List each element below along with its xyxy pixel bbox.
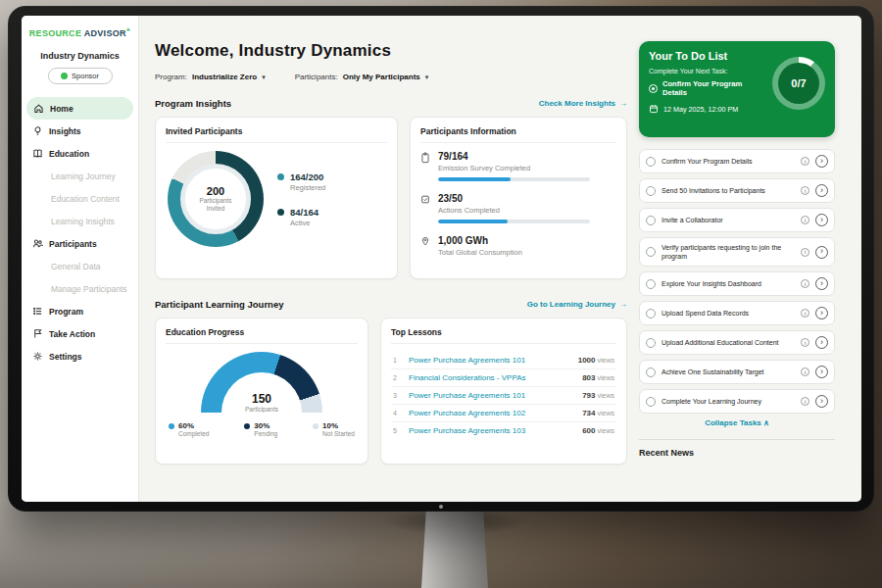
chevron-right-icon[interactable]: › bbox=[815, 184, 828, 197]
legend-dot bbox=[313, 423, 318, 429]
education-gauge-center: 150 Participants bbox=[201, 392, 322, 413]
sidebar-item-label: Home bbox=[50, 104, 74, 114]
invited-participants-card: Invited Participants 200 Participants In… bbox=[155, 117, 398, 279]
task-invite-collaborator[interactable]: Invite a Collaborator i › bbox=[639, 208, 835, 232]
lesson-views-unit: views bbox=[597, 357, 614, 364]
legend-dot bbox=[277, 173, 284, 180]
sidebar-item-program[interactable]: Program bbox=[22, 300, 138, 322]
sidebar-item-label: Learning Insights bbox=[51, 217, 115, 226]
invited-donut-chart: 200 Participants Invited bbox=[168, 151, 264, 247]
todo-progress-value: 0/7 bbox=[791, 77, 806, 89]
task-checkbox[interactable] bbox=[646, 216, 656, 225]
sidebar-item-label: Program bbox=[49, 307, 83, 317]
sidebar-item-label: Manage Participants bbox=[51, 284, 127, 294]
chevron-right-icon[interactable]: › bbox=[815, 366, 828, 378]
arrow-right-icon: → bbox=[619, 300, 627, 309]
sidebar-item-label: Education Content bbox=[51, 194, 120, 204]
go-to-learning-journey-link[interactable]: Go to Learning Journey → bbox=[527, 300, 627, 309]
logo-plus: + bbox=[126, 26, 130, 33]
legend-item-active: 84/164 Active bbox=[277, 207, 325, 227]
lesson-views-unit: views bbox=[597, 392, 614, 399]
todo-due-label: 12 May 2025, 12:00 PM bbox=[663, 105, 738, 114]
info-icon: i bbox=[801, 216, 809, 224]
task-checkbox[interactable] bbox=[646, 338, 656, 348]
card-title: Top Lessons bbox=[391, 327, 616, 344]
org-name: Industry Dynamics bbox=[22, 51, 138, 61]
chevron-right-icon[interactable]: › bbox=[815, 214, 828, 226]
participants-filter[interactable]: Participants: Only My Participants ▾ bbox=[295, 73, 429, 81]
lesson-link[interactable]: Power Purchase Agreements 103 bbox=[409, 426, 574, 435]
task-label: Complete Your Learning Journey bbox=[662, 397, 795, 406]
sidebar-item-education[interactable]: Education bbox=[22, 142, 138, 165]
monitor-bezel: RESOURCE ADVISOR+ Industry Dynamics Spon… bbox=[8, 6, 874, 512]
sidebar-item-take-action[interactable]: Take Action bbox=[22, 322, 138, 345]
task-upload-spend-data[interactable]: Upload Spend Data Records i › bbox=[639, 301, 835, 325]
chevron-right-icon[interactable]: › bbox=[815, 277, 828, 290]
take-action-icon bbox=[32, 328, 43, 339]
lesson-link[interactable]: Power Purchase Agreements 101 bbox=[409, 391, 574, 400]
task-verify-participants[interactable]: Verify participants requesting to join t… bbox=[639, 237, 835, 267]
lesson-views-count: 793 bbox=[582, 391, 595, 400]
todo-hero-card: Your To Do List Complete Your Next Task:… bbox=[639, 41, 835, 137]
sidebar-item-participants[interactable]: Participants bbox=[22, 232, 138, 255]
task-achieve-sustainability-target[interactable]: Achieve One Sustainability Target i › bbox=[639, 360, 835, 384]
program-filter[interactable]: Program: Industrialize Zero ▾ bbox=[155, 73, 266, 81]
sidebar-item-learning-journey[interactable]: Learning Journey bbox=[22, 165, 138, 187]
chevron-right-icon[interactable]: › bbox=[815, 155, 828, 168]
card-title: Education Progress bbox=[166, 327, 358, 344]
gauge-label: Participants bbox=[201, 406, 322, 413]
sidebar-item-settings[interactable]: Settings bbox=[22, 345, 138, 368]
education-progress-card: Education Progress 150 Participants bbox=[155, 318, 368, 465]
task-checkbox[interactable] bbox=[646, 279, 656, 289]
chevron-right-icon[interactable]: › bbox=[815, 307, 828, 319]
lesson-link[interactable]: Power Purchase Agreements 101 bbox=[409, 356, 570, 365]
monitor-stand bbox=[421, 512, 488, 588]
chevron-right-icon[interactable]: › bbox=[815, 246, 828, 259]
collapse-tasks-link[interactable]: Collapse Tasks ∧ bbox=[639, 418, 835, 427]
task-checkbox[interactable] bbox=[646, 309, 656, 318]
lesson-views-count: 1000 bbox=[578, 356, 596, 365]
active-value: 84/164 bbox=[290, 207, 318, 218]
check-more-insights-link[interactable]: Check More Insights → bbox=[539, 99, 627, 108]
education-gauge-chart: 150 Participants bbox=[201, 352, 322, 413]
task-checkbox[interactable] bbox=[646, 157, 656, 167]
task-complete-learning-journey[interactable]: Complete Your Learning Journey i › bbox=[639, 389, 835, 414]
task-checkbox[interactable] bbox=[646, 247, 656, 257]
chevron-right-icon[interactable]: › bbox=[815, 395, 828, 408]
lesson-rank: 4 bbox=[393, 410, 401, 416]
task-checkbox[interactable] bbox=[646, 397, 656, 407]
task-confirm-program-details[interactable]: Confirm Your Program Details i › bbox=[639, 149, 835, 173]
sidebar-item-education-content[interactable]: Education Content bbox=[22, 187, 138, 210]
stat-label: Total Global Consumption bbox=[438, 248, 522, 257]
task-explore-insights[interactable]: Explore Your Insights Dashboard i › bbox=[639, 271, 835, 296]
chevron-up-icon: ∧ bbox=[763, 418, 769, 427]
sidebar-item-insights[interactable]: Insights bbox=[22, 120, 138, 142]
lesson-views-unit: views bbox=[597, 374, 614, 381]
legend-item-pending: 30% Pending bbox=[244, 421, 277, 437]
legend-item-registered: 164/200 Registered bbox=[277, 172, 325, 192]
education-icon bbox=[32, 148, 43, 159]
sidebar-item-learning-insights[interactable]: Learning Insights bbox=[22, 210, 138, 232]
task-label: Verify participants requesting to join t… bbox=[662, 243, 795, 261]
sidebar-item-general-data[interactable]: General Data bbox=[22, 255, 138, 277]
stat-value: 23/50 bbox=[438, 193, 590, 204]
gauge-value: 150 bbox=[201, 392, 322, 406]
participants-icon bbox=[32, 238, 43, 249]
lesson-link[interactable]: Power Purchase Agreements 102 bbox=[409, 409, 574, 417]
lesson-link[interactable]: Financial Considerations - VPPAs bbox=[409, 373, 574, 382]
sidebar-item-home[interactable]: Home bbox=[26, 97, 133, 120]
sidebar-item-manage-participants[interactable]: Manage Participants bbox=[22, 277, 138, 300]
chevron-right-icon[interactable]: › bbox=[815, 336, 828, 349]
lesson-views-count: 803 bbox=[582, 373, 595, 382]
task-upload-educational-content[interactable]: Upload Additional Educational Content i … bbox=[639, 330, 835, 355]
sidebar-item-label: Take Action bbox=[49, 329, 95, 339]
task-checkbox[interactable] bbox=[646, 368, 656, 377]
completed-value: 60% bbox=[178, 421, 209, 430]
task-send-invitations[interactable]: Send 50 Invitations to Participants i › bbox=[639, 178, 835, 203]
completed-label: Completed bbox=[178, 430, 209, 437]
legend-item-not-started: 10% Not Started bbox=[313, 421, 355, 437]
task-checkbox[interactable] bbox=[646, 186, 656, 196]
pending-label: Pending bbox=[254, 430, 277, 437]
sponsor-badge[interactable]: Sponsor bbox=[48, 68, 113, 84]
power-led bbox=[439, 505, 443, 509]
